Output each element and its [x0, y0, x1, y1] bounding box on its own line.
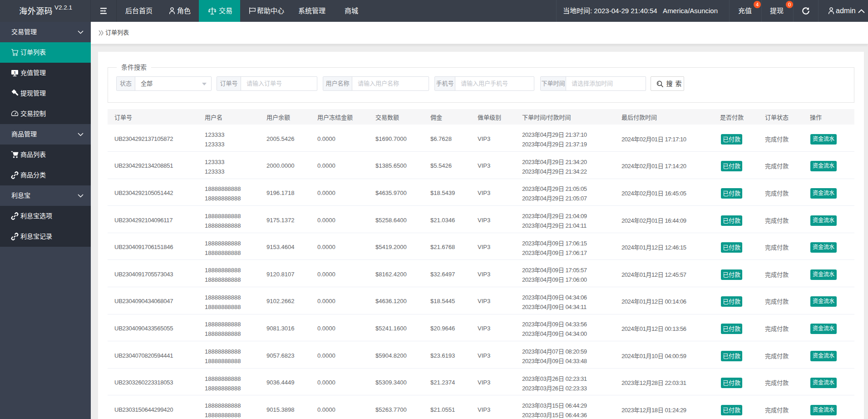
svg-text:$: $ — [14, 71, 16, 74]
